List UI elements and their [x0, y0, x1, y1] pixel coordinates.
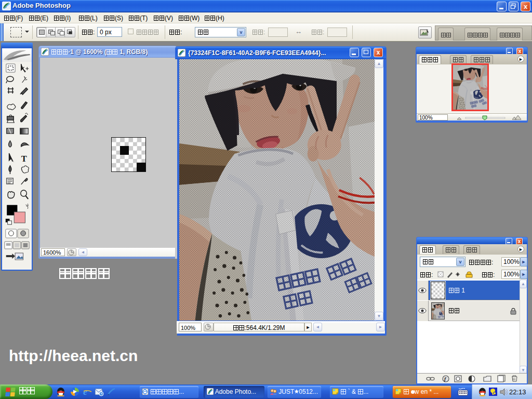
svg-text:T: T: [21, 154, 27, 164]
svg-text:e: e: [83, 387, 87, 396]
